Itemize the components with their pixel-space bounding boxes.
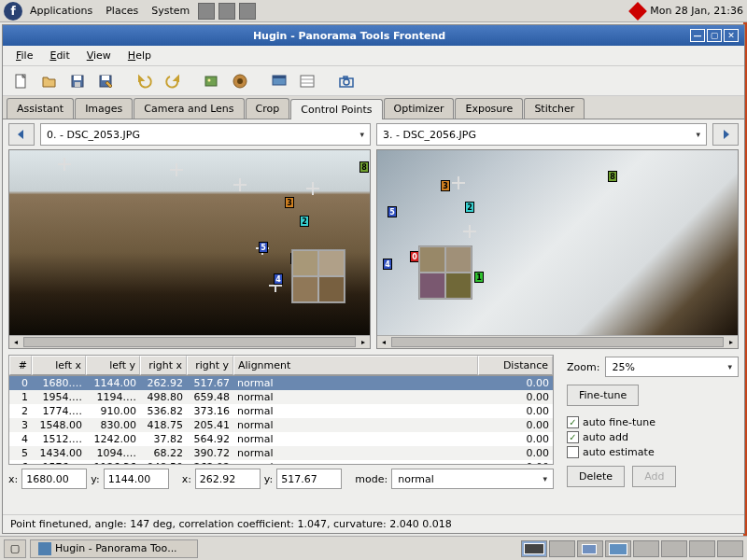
minimize-button[interactable]: — [690,29,705,42]
show-desktop-button[interactable]: ▢ [4,539,26,558]
launcher-icon[interactable] [218,3,235,20]
next-image-button[interactable] [712,123,739,146]
undo-icon[interactable] [134,70,156,92]
redo-icon[interactable] [162,70,184,92]
fedora-logo-icon[interactable]: f [4,2,22,21]
left-scrollbar[interactable]: ◂▸ [9,335,370,348]
col-lefty[interactable]: left y [86,356,140,375]
applications-menu[interactable]: Applications [24,3,98,19]
workspace-switcher[interactable] [521,540,743,557]
mode-combo[interactable]: normal▾ [391,469,554,489]
delete-button[interactable]: Delete [567,466,625,487]
maximize-button[interactable]: ▢ [707,29,722,42]
auto-add-checkbox[interactable]: ✓ [567,431,579,443]
workspace-6[interactable] [661,540,687,557]
table-row[interactable]: 31548.00830.00418.75205.41normal0.00 [9,418,553,432]
table-row[interactable]: 41512.…1242.0037.82564.92normal0.00 [9,432,553,446]
x2-input[interactable] [195,469,261,489]
right-image-combo[interactable]: 3. - DSC_2056.JPG▾ [376,123,707,146]
scroll-left-icon[interactable]: ◂ [377,336,390,348]
camera-icon[interactable] [335,70,358,92]
menu-help[interactable]: Help [120,48,159,63]
app-icon [38,542,51,555]
scroll-thumb[interactable] [23,337,356,347]
right-image-view[interactable]: 2 3 5 4 0 1 8 [377,150,738,335]
cp-marker-5[interactable]: 5 [388,206,397,217]
workspace-8[interactable] [717,540,743,557]
col-rightx[interactable]: right x [140,356,187,375]
left-image-combo[interactable]: 0. - DSC_2053.JPG▾ [40,123,371,146]
y2-input[interactable] [276,469,342,489]
table-row[interactable]: 01680.…1144.00262.92517.67normal0.00 [9,376,553,390]
scroll-left-icon[interactable]: ◂ [9,336,22,348]
tab-camera-lens[interactable]: Camera and Lens [134,98,244,119]
tab-crop[interactable]: Crop [246,98,290,119]
save-as-icon[interactable] [94,70,117,92]
x1-input[interactable] [21,469,87,489]
close-button[interactable]: ✕ [724,29,739,42]
workspace-4[interactable] [605,540,631,557]
auto-finetune-checkbox[interactable]: ✓ [567,416,579,428]
menu-view[interactable]: View [79,48,119,63]
zoom-combo[interactable]: 25%▾ [605,357,739,377]
tab-assistant[interactable]: Assistant [7,98,74,119]
launcher-icon[interactable] [198,3,215,20]
cp-marker-2[interactable]: 2 [300,216,309,227]
cp-marker-8[interactable]: 8 [608,171,617,182]
tab-optimizer[interactable]: Optimizer [384,98,455,119]
col-leftx[interactable]: left x [32,356,86,375]
table-row[interactable]: 61576.…1126.36948.50262.92normal0.00 [9,460,553,465]
tab-exposure[interactable]: Exposure [455,98,523,119]
open-icon[interactable] [38,70,61,92]
left-image-view[interactable]: 3 2 5 0 4 6 8 [9,150,370,335]
workspace-1[interactable] [521,540,547,557]
run-icon[interactable] [229,70,251,92]
table-row[interactable]: 21774.…910.00536.82373.16normal0.00 [9,404,553,418]
taskbar-hugin[interactable]: Hugin - Panorama Too... [30,539,198,558]
system-menu[interactable]: System [146,3,195,19]
scroll-right-icon[interactable]: ▸ [357,336,370,348]
list-icon[interactable] [296,70,318,92]
workspace-2[interactable] [549,540,575,557]
y1-input[interactable] [104,469,169,489]
col-num[interactable]: # [9,356,32,375]
workspace-7[interactable] [689,540,715,557]
preview-icon[interactable] [268,70,290,92]
places-menu[interactable]: Places [100,3,144,19]
workspace-3[interactable] [577,540,603,557]
scroll-right-icon[interactable]: ▸ [725,336,738,348]
right-scrollbar[interactable]: ◂▸ [377,335,738,348]
tab-images[interactable]: Images [75,98,133,119]
add-image-icon[interactable] [201,70,223,92]
tab-stitcher[interactable]: Stitcher [524,98,585,119]
col-distance[interactable]: Distance [478,356,553,375]
prev-image-button[interactable] [8,123,35,146]
col-righty[interactable]: right y [187,356,233,375]
cp-marker-3[interactable]: 3 [285,197,294,208]
table-row[interactable]: 11954.…1194.…498.80659.48normal0.00 [9,390,553,404]
clock[interactable]: Mon 28 Jan, 21:36 [650,5,743,17]
cp-marker-4[interactable]: 4 [274,273,283,285]
cp-marker-4[interactable]: 4 [383,259,392,270]
cp-marker-5[interactable]: 5 [259,242,268,253]
auto-estimate-checkbox[interactable] [567,446,579,458]
cp-marker-8[interactable]: 8 [359,161,369,173]
cp-marker-3[interactable]: 3 [441,180,450,191]
col-alignment[interactable]: Alignment [233,356,478,375]
ruby-icon[interactable] [628,2,647,21]
tab-control-points[interactable]: Control Points [290,99,382,119]
titlebar[interactable]: Hugin - Panorama Tools Frontend — ▢ ✕ [3,25,744,46]
new-icon[interactable] [10,70,33,92]
finetune-button[interactable]: Fine-tune [567,385,639,406]
scroll-thumb[interactable] [391,337,724,347]
launcher-icon[interactable] [239,3,256,20]
cp-marker-2[interactable]: 2 [465,202,474,213]
cp-marker-1[interactable]: 1 [474,272,484,283]
menu-file[interactable]: File [8,48,40,63]
save-icon[interactable] [66,70,89,92]
add-button[interactable]: Add [632,466,676,487]
table-row[interactable]: 51434.001094.…68.22390.72normal0.00 [9,446,553,460]
chevron-down-icon: ▾ [543,474,547,483]
workspace-5[interactable] [633,540,659,557]
menu-edit[interactable]: Edit [42,48,77,63]
